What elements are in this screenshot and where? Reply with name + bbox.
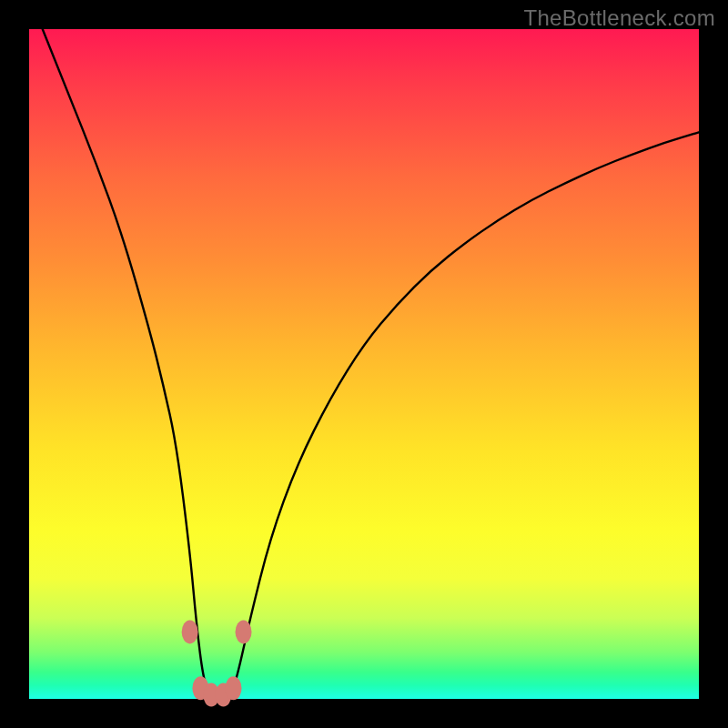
chart-svg [29, 29, 699, 699]
curve-marker [225, 676, 241, 700]
curve-marker [182, 620, 198, 643]
bottleneck-curve [43, 29, 699, 699]
curve-marker [236, 620, 252, 643]
outer-frame: TheBottleneck.com [0, 0, 728, 728]
watermark-text: TheBottleneck.com [523, 5, 715, 31]
plot-area [29, 29, 699, 699]
